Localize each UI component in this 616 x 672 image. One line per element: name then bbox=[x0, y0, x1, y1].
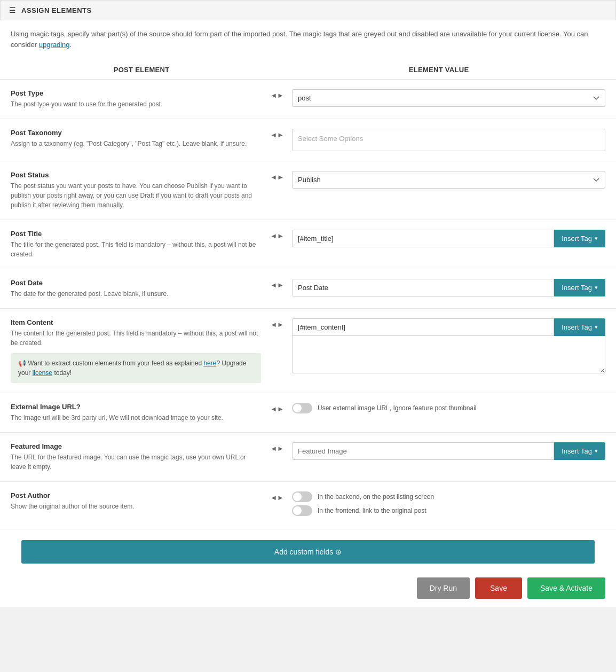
description-text: Using magic tags, specify what part(s) o… bbox=[11, 30, 588, 49]
description: Using magic tags, specify what part(s) o… bbox=[0, 20, 616, 55]
row-external-image-url: External Image URL? The image url will b… bbox=[0, 393, 616, 433]
item-content-label-col: Item Content The content for the generat… bbox=[11, 318, 266, 383]
post-title-input[interactable] bbox=[292, 230, 554, 247]
description-text-after: . bbox=[70, 41, 72, 49]
post-title-insert-tag-button[interactable]: Insert Tag ▾ bbox=[554, 230, 605, 247]
arrow-icon: ◄► bbox=[270, 173, 284, 181]
post-taxonomy-value: Select Some Options bbox=[288, 129, 605, 151]
item-content-insert-tag-button[interactable]: Insert Tag ▾ bbox=[554, 318, 605, 336]
featured-image-desc: The URL for the featured image. You can … bbox=[11, 452, 261, 472]
post-title-title: Post Title bbox=[11, 230, 261, 238]
add-custom-fields-container: Add custom fields ⊕ bbox=[0, 535, 616, 569]
chevron-down-icon: ▾ bbox=[595, 284, 598, 291]
row-post-type: Post Type The post type you want to use … bbox=[0, 80, 616, 119]
post-title-arrow: ◄► bbox=[266, 230, 288, 240]
post-type-select[interactable]: post page bbox=[292, 89, 605, 107]
arrow-icon: ◄► bbox=[270, 405, 284, 413]
column-headers: POST ELEMENT ELEMENT VALUE bbox=[0, 60, 616, 80]
post-status-label-col: Post Status The post status you want you… bbox=[11, 171, 266, 210]
dry-run-button[interactable]: Dry Run bbox=[417, 577, 470, 599]
featured-image-label-col: Featured Image The URL for the featured … bbox=[11, 442, 266, 472]
post-author-arrow: ◄► bbox=[266, 491, 288, 502]
post-author-toggle-backend-wrapper: In the backend, on the post listing scre… bbox=[292, 491, 605, 502]
post-status-desc: The post status you want your posts to h… bbox=[11, 181, 261, 210]
insert-tag-label: Insert Tag bbox=[562, 323, 592, 331]
content-value-wrapper: Insert Tag ▾ bbox=[292, 318, 605, 373]
item-content-value: Insert Tag ▾ bbox=[288, 318, 605, 373]
post-author-backend-label: In the backend, on the post listing scre… bbox=[318, 493, 434, 501]
post-status-arrow: ◄► bbox=[266, 171, 288, 181]
featured-image-input-group: Insert Tag ▾ bbox=[292, 442, 605, 460]
post-taxonomy-desc: Assign to a taxonomy (eg. "Post Category… bbox=[11, 139, 261, 149]
item-content-title: Item Content bbox=[11, 318, 261, 326]
row-post-author: Post Author Show the original author of … bbox=[0, 482, 616, 529]
post-author-toggle-frontend-wrapper: In the frontend, link to the original po… bbox=[292, 505, 605, 516]
save-button[interactable]: Save bbox=[475, 577, 522, 599]
row-post-date: Post Date The date for the generated pos… bbox=[0, 269, 616, 309]
row-featured-image: Featured Image The URL for the featured … bbox=[0, 433, 616, 482]
post-date-title: Post Date bbox=[11, 279, 261, 287]
arrow-icon: ◄► bbox=[270, 91, 284, 99]
item-content-textarea[interactable] bbox=[292, 336, 605, 373]
external-image-toggle-wrapper: User external image URL, Ignore feature … bbox=[292, 403, 605, 413]
item-content-input[interactable] bbox=[292, 318, 554, 336]
post-date-value: Insert Tag ▾ bbox=[288, 279, 605, 296]
post-author-desc: Show the original author of the source i… bbox=[11, 502, 261, 511]
post-author-label-col: Post Author Show the original author of … bbox=[11, 491, 266, 511]
post-type-label-col: Post Type The post type you want to use … bbox=[11, 89, 266, 109]
item-content-notice: 📢 Want to extract custom elements from y… bbox=[11, 353, 261, 383]
featured-image-insert-tag-button[interactable]: Insert Tag ▾ bbox=[554, 442, 605, 460]
post-taxonomy-arrow: ◄► bbox=[266, 129, 288, 139]
add-custom-fields-button[interactable]: Add custom fields ⊕ bbox=[21, 540, 595, 564]
post-date-insert-tag-button[interactable]: Insert Tag ▾ bbox=[554, 279, 605, 296]
post-author-value: In the backend, on the post listing scre… bbox=[288, 491, 605, 519]
external-image-desc: The image url will be 3rd party url, We … bbox=[11, 413, 261, 423]
save-activate-button[interactable]: Save & Activate bbox=[527, 577, 605, 599]
upgrading-link[interactable]: upgrading bbox=[39, 41, 70, 49]
notice-here-link[interactable]: here bbox=[203, 360, 216, 367]
arrow-icon: ◄► bbox=[270, 131, 284, 139]
post-date-input-group: Insert Tag ▾ bbox=[292, 279, 605, 296]
toggle-slider bbox=[292, 505, 312, 516]
taxonomy-multi-select[interactable]: Select Some Options bbox=[292, 129, 605, 151]
post-type-value: post page bbox=[288, 89, 605, 107]
notice-icon: 📢 bbox=[18, 360, 26, 367]
featured-image-input[interactable] bbox=[292, 442, 554, 460]
post-author-toggle-backend[interactable] bbox=[292, 491, 312, 502]
post-date-arrow: ◄► bbox=[266, 279, 288, 289]
row-post-taxonomy: Post Taxonomy Assign to a taxonomy (eg. … bbox=[0, 119, 616, 161]
arrow-icon: ◄► bbox=[270, 494, 284, 502]
external-image-toggle[interactable] bbox=[292, 403, 312, 413]
panel-header-title: ASSIGN ELEMENTS bbox=[21, 6, 92, 14]
post-author-title: Post Author bbox=[11, 491, 261, 499]
toggle-slider bbox=[292, 403, 312, 413]
featured-image-arrow: ◄► bbox=[266, 442, 288, 452]
toggle-slider bbox=[292, 491, 312, 502]
chevron-down-icon: ▾ bbox=[595, 448, 598, 455]
external-image-title: External Image URL? bbox=[11, 403, 261, 411]
post-taxonomy-label-col: Post Taxonomy Assign to a taxonomy (eg. … bbox=[11, 129, 266, 149]
arrow-icon: ◄► bbox=[270, 281, 284, 289]
panel-header: ☰ ASSIGN ELEMENTS bbox=[0, 0, 616, 20]
insert-tag-label: Insert Tag bbox=[562, 284, 592, 292]
post-author-frontend-label: In the frontend, link to the original po… bbox=[318, 507, 426, 514]
chevron-down-icon: ▾ bbox=[595, 324, 598, 331]
external-image-value: User external image URL, Ignore feature … bbox=[288, 403, 605, 417]
content-top-row: Insert Tag ▾ bbox=[292, 318, 605, 336]
post-type-arrow: ◄► bbox=[266, 89, 288, 99]
post-status-title: Post Status bbox=[11, 171, 261, 179]
arrow-icon: ◄► bbox=[270, 232, 284, 240]
arrow-icon: ◄► bbox=[270, 321, 284, 329]
post-date-input[interactable] bbox=[292, 279, 554, 296]
post-status-select[interactable]: Publish Draft Pending bbox=[292, 171, 605, 189]
post-date-desc: The date for the generated post. Leave b… bbox=[11, 289, 261, 299]
post-author-toggle-frontend[interactable] bbox=[292, 505, 312, 516]
post-type-title: Post Type bbox=[11, 89, 261, 97]
item-content-arrow: ◄► bbox=[266, 318, 288, 329]
insert-tag-label: Insert Tag bbox=[562, 447, 592, 455]
post-title-desc: The title for the generated post. This f… bbox=[11, 240, 261, 259]
notice-license-link[interactable]: license bbox=[33, 369, 52, 377]
featured-image-title: Featured Image bbox=[11, 442, 261, 450]
footer-bar: Dry Run Save Save & Activate bbox=[0, 569, 616, 607]
separator bbox=[0, 529, 616, 529]
